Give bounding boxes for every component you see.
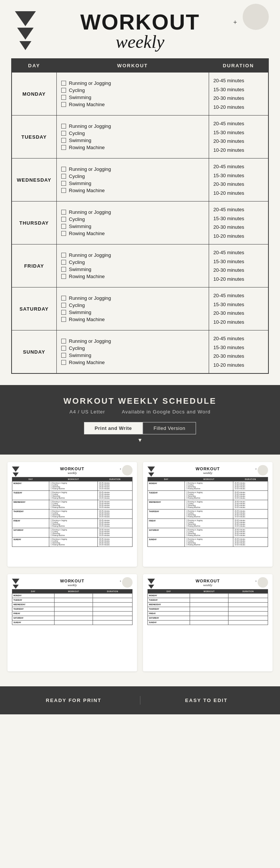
checkbox-icon[interactable] [61,253,66,258]
workout-item[interactable]: Running or Jogging [61,166,204,173]
workout-item[interactable]: Rowing Machine [61,101,204,108]
mini-workout-item: ☐ Rowing Machine [50,525,96,527]
workout-item[interactable]: Running or Jogging [61,338,204,345]
mini-tri-md-3 [13,585,19,589]
mini-workout-cell: ☐ Running or Jogging☐ Cycling☐ Swimming☐… [49,491,98,500]
workout-item[interactable]: Cycling [61,173,204,180]
checkbox-icon[interactable] [61,267,66,272]
checkbox-icon[interactable] [61,317,66,322]
checkbox-icon[interactable] [61,102,66,107]
workout-item[interactable]: Swimming [61,266,204,273]
duration-cell: 20-45 minutes15-30 minutes20-30 minutes1… [209,158,268,201]
mini-blank-day-cell: SUNDAY [148,621,190,625]
checkbox-icon[interactable] [61,131,66,136]
mini-workout-cell: ☐ Running or Jogging☐ Cycling☐ Swimming☐… [185,538,233,547]
workout-item[interactable]: Swimming [61,309,204,316]
table-header-row: DAY WORKOUT DURATION [12,59,268,73]
mini-blank-workout-cell [190,598,228,603]
mini-blank-duration-cell [228,598,268,603]
mini-day-cell: WEDNESDAY [148,500,185,510]
workout-item[interactable]: Cycling [61,302,204,309]
mini-duration-item: 10-20 minutes [99,507,131,508]
checkbox-icon[interactable] [61,188,66,193]
checkbox-icon[interactable] [61,210,66,215]
workout-label: Cycling [69,216,85,222]
workout-item[interactable]: Rowing Machine [61,273,204,280]
workout-item[interactable]: Running or Jogging [61,295,204,302]
day-cell: SUNDAY [12,330,56,374]
workout-item[interactable]: Cycling [61,345,204,352]
checkbox-icon[interactable] [61,81,66,86]
workout-label: Cycling [69,87,85,93]
workout-label: Swimming [69,310,91,315]
mini-blank-duration-cell [93,621,133,625]
workout-item[interactable]: Rowing Machine [61,187,204,194]
workout-item[interactable]: Swimming [61,137,204,144]
checkbox-icon[interactable] [61,303,66,308]
promo-section: WORKOUT WEEKLY SCHEDULE A4 / US Letter A… [0,385,280,455]
mini-header-4: WORKOUT weekly + [147,579,268,587]
workout-item[interactable]: Cycling [61,130,204,137]
checkbox-icon[interactable] [61,181,66,186]
workout-item[interactable]: Swimming [61,223,204,230]
mini-tri-lg-1 [12,467,19,472]
mini-blank-day-cell: WEDNESDAY [148,603,190,607]
mini-header-row-1: DAY WORKOUT DURATION [12,477,133,481]
checkbox-icon[interactable] [61,360,66,365]
checkbox-icon[interactable] [61,274,66,279]
table-row: THURSDAYRunning or JoggingCyclingSwimmin… [12,201,268,244]
checkbox-icon[interactable] [61,310,66,315]
mini-weekly-label-2: weekly [196,471,220,475]
mini-col-workout-2: WORKOUT [185,477,233,481]
checkbox-icon[interactable] [61,217,66,222]
mini-title-3: WORKOUT weekly [60,579,84,587]
workout-item[interactable]: Running or Jogging [61,252,204,259]
workout-item[interactable]: Rowing Machine [61,316,204,323]
badge-section: READY FOR PRINT EASY TO EDIT [0,686,280,714]
mini-workout-cell: ☐ Running or Jogging☐ Cycling☐ Swimming☐… [185,491,233,500]
mini-header-3: WORKOUT weekly + [12,579,133,587]
checkbox-icon[interactable] [61,95,66,100]
workout-item[interactable]: Running or Jogging [61,123,204,130]
checkbox-icon[interactable] [61,339,66,344]
checkbox-icon[interactable] [61,296,66,301]
mini-blank-row: MONDAY [12,594,133,598]
mini-workout-cell: ☐ Running or Jogging☐ Cycling☐ Swimming☐… [49,500,98,510]
checkbox-icon[interactable] [61,124,66,129]
checkbox-icon[interactable] [61,167,66,172]
workout-item[interactable]: Running or Jogging [61,80,204,87]
print-write-button[interactable]: Print and Write [84,422,143,434]
mini-blank-row: WEDNESDAY [148,603,268,607]
mini-workout-cell: ☐ Running or Jogging☐ Cycling☐ Swimming☐… [185,519,233,528]
workout-item[interactable]: Swimming [61,352,204,359]
checkbox-icon[interactable] [61,260,66,265]
workout-item[interactable]: Cycling [61,87,204,94]
workout-item[interactable]: Rowing Machine [61,230,204,237]
workout-item[interactable]: Cycling [61,216,204,223]
mini-workout-cell: ☐ Running or Jogging☐ Cycling☐ Swimming☐… [49,519,98,528]
duration-item: 20-30 minutes [214,94,264,103]
duration-item: 20-45 minutes [214,248,264,257]
mini-table-row: SATURDAY☐ Running or Jogging☐ Cycling☐ S… [148,528,268,538]
checkbox-icon[interactable] [61,231,66,236]
workout-item[interactable]: Swimming [61,180,204,187]
checkbox-icon[interactable] [61,353,66,358]
checkbox-icon[interactable] [61,88,66,93]
checkbox-icon[interactable] [61,138,66,143]
workout-item[interactable]: Rowing Machine [61,359,204,366]
filled-version-button[interactable]: Filled Version [143,422,196,434]
checkbox-icon[interactable] [61,174,66,179]
workout-item[interactable]: Cycling [61,259,204,266]
mini-day-cell: FRIDAY [12,519,49,528]
workout-item[interactable]: Rowing Machine [61,144,204,151]
mini-blank-row: SATURDAY [148,616,268,621]
checkbox-icon[interactable] [61,346,66,351]
workout-label: Running or Jogging [69,123,111,129]
workout-item[interactable]: Running or Jogging [61,209,204,216]
workout-item[interactable]: Swimming [61,94,204,101]
mini-blank-workout-cell [54,612,93,616]
checkbox-icon[interactable] [61,224,66,229]
mini-workout-item: ☐ Rowing Machine [186,525,232,527]
checkbox-icon[interactable] [61,145,66,150]
mini-table-row: TUESDAY☐ Running or Jogging☐ Cycling☐ Sw… [148,491,268,500]
